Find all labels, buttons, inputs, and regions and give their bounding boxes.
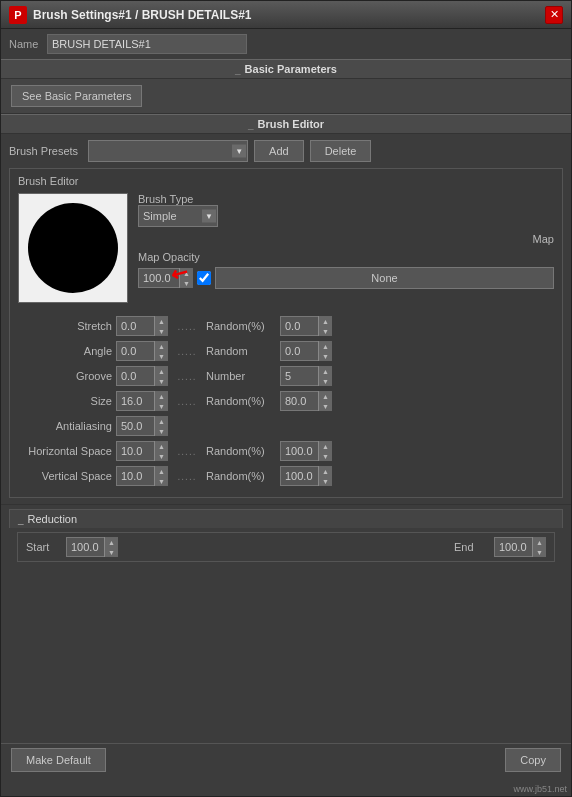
vspace-random-label: Random(%): [206, 470, 276, 482]
groove-random-label: Number: [206, 370, 276, 382]
vspace-spin-down[interactable]: ▼: [154, 476, 168, 486]
delete-preset-button[interactable]: Delete: [310, 140, 372, 162]
brush-editor-inner: Brush Editor Brush Type Simple: [9, 168, 563, 498]
basic-params-header: _ Basic Parameters: [1, 59, 571, 79]
groove-random-wrap: ▲ ▼: [280, 366, 332, 386]
reduction-start-spin-up[interactable]: ▲: [104, 537, 118, 547]
groove-number-spin-up[interactable]: ▲: [318, 366, 332, 376]
basic-params-label: Basic Parameters: [245, 63, 337, 75]
brush-type-select-wrapper[interactable]: Simple ▼: [138, 205, 218, 227]
map-label-top: Map: [533, 233, 554, 245]
add-preset-button[interactable]: Add: [254, 140, 304, 162]
angle-random-spin-down[interactable]: ▼: [318, 351, 332, 361]
size-random-spin-down[interactable]: ▼: [318, 401, 332, 411]
antialiasing-input-wrap: ▲ ▼: [116, 416, 168, 436]
preset-select[interactable]: [88, 140, 248, 162]
preset-select-wrapper[interactable]: ▼: [88, 140, 248, 162]
reduction-collapse[interactable]: _: [18, 514, 24, 525]
basic-params-area: See Basic Parameters: [1, 79, 571, 114]
groove-number-spin-down[interactable]: ▼: [318, 376, 332, 386]
brush-editor-label: Brush Editor: [257, 118, 324, 130]
brush-type-col: Brush Type Simple ▼ Map: [138, 193, 554, 303]
reduction-start-label: Start: [26, 541, 56, 553]
size-dots: .....: [172, 396, 202, 407]
antialiasing-label: Antialiasing: [22, 420, 112, 432]
vspace-random-wrap: ▲ ▼: [280, 466, 332, 486]
brush-type-label: Brush Type: [138, 193, 554, 205]
reduction-end-spin-up[interactable]: ▲: [532, 537, 546, 547]
brush-type-select[interactable]: Simple: [138, 205, 218, 227]
angle-dots: .....: [172, 346, 202, 357]
reduction-label: Reduction: [28, 513, 78, 525]
hspace-random-spin-up[interactable]: ▲: [318, 441, 332, 451]
window-title: Brush Settings#1 / BRUSH DETAILS#1: [33, 8, 251, 22]
params-grid: Stretch ▲ ▼ ..... Random(%) ▲: [18, 311, 554, 491]
groove-spin-up[interactable]: ▲: [154, 366, 168, 376]
hspace-spin-up[interactable]: ▲: [154, 441, 168, 451]
size-label: Size: [22, 395, 112, 407]
reduction-start-wrap: ▲ ▼: [66, 537, 118, 557]
vspace-spin-up[interactable]: ▲: [154, 466, 168, 476]
param-row-angle: Angle ▲ ▼ ..... Random ▲ ▼: [22, 340, 550, 362]
hspace-spin-down[interactable]: ▼: [154, 451, 168, 461]
vspace-input-wrap: ▲ ▼: [116, 466, 168, 486]
reduction-end-spin-down[interactable]: ▼: [532, 547, 546, 557]
close-button[interactable]: ✕: [545, 6, 563, 24]
angle-label: Angle: [22, 345, 112, 357]
basic-params-collapse[interactable]: _: [235, 64, 241, 75]
size-random-label: Random(%): [206, 395, 276, 407]
angle-input-wrap: ▲ ▼: [116, 341, 168, 361]
groove-spin-down[interactable]: ▼: [154, 376, 168, 386]
antialiasing-spin-down[interactable]: ▼: [154, 426, 168, 436]
antialiasing-spin-up[interactable]: ▲: [154, 416, 168, 426]
make-default-button[interactable]: Make Default: [11, 748, 106, 772]
angle-spin-down[interactable]: ▼: [154, 351, 168, 361]
name-label: Name: [9, 38, 39, 50]
see-basic-params-button[interactable]: See Basic Parameters: [11, 85, 142, 107]
angle-spin-up[interactable]: ▲: [154, 341, 168, 351]
watermark: www.jb51.net: [513, 784, 567, 794]
stretch-random-spin-down[interactable]: ▼: [318, 326, 332, 336]
vspace-dots: .....: [172, 471, 202, 482]
hspace-random-wrap: ▲ ▼: [280, 441, 332, 461]
stretch-spin-up[interactable]: ▲: [154, 316, 168, 326]
reduction-end-label: End: [454, 541, 484, 553]
copy-button[interactable]: Copy: [505, 748, 561, 772]
bottom-bar: Make Default Copy: [1, 743, 571, 776]
map-none-button[interactable]: None: [215, 267, 554, 289]
name-row: Name: [1, 29, 571, 59]
app-icon: P: [9, 6, 27, 24]
stretch-input-wrap: ▲ ▼: [116, 316, 168, 336]
vspace-label: Vertical Space: [22, 470, 112, 482]
vspace-random-spin-down[interactable]: ▼: [318, 476, 332, 486]
name-input[interactable]: [47, 34, 247, 54]
brush-preview: [18, 193, 128, 303]
param-row-antialiasing: Antialiasing ▲ ▼: [22, 415, 550, 437]
presets-label: Brush Presets: [9, 145, 78, 157]
stretch-random-spin-up[interactable]: ▲: [318, 316, 332, 326]
groove-label: Groove: [22, 370, 112, 382]
angle-random-label: Random: [206, 345, 276, 357]
size-spin-down[interactable]: ▼: [154, 401, 168, 411]
size-input-wrap: ▲ ▼: [116, 391, 168, 411]
param-row-vspace: Vertical Space ▲ ▼ ..... Random(%) ▲: [22, 465, 550, 487]
vspace-random-spin-up[interactable]: ▲: [318, 466, 332, 476]
angle-random-spin-up[interactable]: ▲: [318, 341, 332, 351]
map-opacity-checkbox[interactable]: [197, 271, 211, 285]
size-random-wrap: ▲ ▼: [280, 391, 332, 411]
stretch-dots: .....: [172, 321, 202, 332]
brush-editor-collapse[interactable]: _: [248, 119, 254, 130]
size-spin-up[interactable]: ▲: [154, 391, 168, 401]
size-random-spin-up[interactable]: ▲: [318, 391, 332, 401]
map-opacity-spin-up[interactable]: ▲: [179, 268, 193, 278]
map-opacity-spin-down[interactable]: ▼: [179, 278, 193, 288]
groove-input-wrap: ▲ ▼: [116, 366, 168, 386]
param-row-groove: Groove ▲ ▼ ..... Number ▲: [22, 365, 550, 387]
stretch-spin-down[interactable]: ▼: [154, 326, 168, 336]
hspace-random-spin-down[interactable]: ▼: [318, 451, 332, 461]
param-row-size: Size ▲ ▼ ..... Random(%) ▲: [22, 390, 550, 412]
hspace-dots: .....: [172, 446, 202, 457]
brush-editor-header: _ Brush Editor: [1, 114, 571, 134]
stretch-label: Stretch: [22, 320, 112, 332]
reduction-start-spin-down[interactable]: ▼: [104, 547, 118, 557]
